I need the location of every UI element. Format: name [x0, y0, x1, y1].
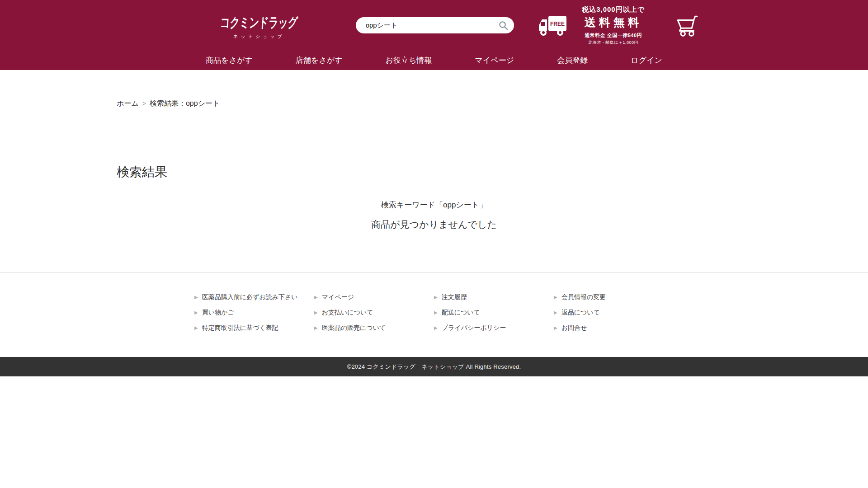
breadcrumb: ホーム>検索結果：oppシート [0, 99, 868, 108]
footer-link-label: 配送について [442, 309, 480, 317]
footer-link-commerce-law[interactable]: ▶特定商取引法に基づく表記 [194, 324, 314, 333]
free-shipping-truck-icon: FREE [538, 14, 567, 37]
no-results-message: 商品が見つかりませんでした [0, 218, 868, 231]
arrow-right-icon: ▶ [314, 295, 318, 300]
site-header: コクミンドラッグ ネットショップ FREE [0, 0, 868, 70]
nav-item-mypage[interactable]: マイページ [475, 55, 514, 66]
footer-link-drug-sales[interactable]: ▶医薬品の販売について [314, 324, 434, 333]
nav-item-products[interactable]: 商品をさがす [206, 55, 253, 66]
site-logo[interactable]: コクミンドラッグ ネットショップ [220, 14, 328, 40]
arrow-right-icon: ▶ [554, 295, 557, 300]
arrow-right-icon: ▶ [434, 310, 438, 315]
copyright-bar: ©2024 コクミンドラッグ ネットショップ All Rights Reserv… [0, 357, 868, 376]
footer-link-label: 会員情報の変更 [561, 293, 606, 301]
arrow-right-icon: ▶ [194, 310, 198, 315]
footer-link-cart[interactable]: ▶買い物かご [194, 308, 314, 317]
nav-item-info[interactable]: お役立ち情報 [386, 55, 432, 66]
site-logo-subtext: ネットショップ [220, 33, 298, 40]
nav-item-login[interactable]: ログイン [631, 55, 662, 66]
footer-link-label: プライバシーポリシー [442, 324, 506, 332]
cart-icon [675, 31, 699, 38]
arrow-right-icon: ▶ [434, 326, 438, 330]
shipping-free-label: 送料無料 [571, 15, 656, 30]
footer-link-mypage[interactable]: ▶マイページ [314, 293, 434, 302]
site-footer: ▶医薬品購入前に必ずお読み下さい ▶マイページ ▶注文履歴 ▶会員情報の変更 ▶… [0, 272, 868, 376]
breadcrumb-home-link[interactable]: ホーム [117, 99, 139, 107]
shipping-remote-fee: 北海道・離島は＋1,000円 [571, 40, 656, 46]
footer-link-payment[interactable]: ▶お支払いについて [314, 308, 434, 317]
breadcrumb-current: 検索結果：oppシート [150, 99, 220, 107]
footer-link-label: マイページ [322, 293, 354, 301]
copyright-text: ©2024 コクミンドラッグ ネットショップ All Rights Reserv… [347, 363, 521, 371]
search-bar [356, 17, 514, 33]
search-button[interactable] [498, 20, 509, 31]
main-nav: 商品をさがす 店舗をさがす お役立ち情報 マイページ 会員登録 ログイン [206, 51, 662, 70]
footer-link-contact[interactable]: ▶お問合せ [554, 324, 674, 333]
footer-link-label: 買い物かご [202, 309, 234, 317]
header-top-row: コクミンドラッグ ネットショップ FREE [206, 0, 662, 51]
arrow-right-icon: ▶ [314, 326, 318, 330]
shipping-threshold: 税込3,000円以上で [571, 5, 656, 14]
free-shipping-text: 税込3,000円以上で 送料無料 通常料金 全国一律540円 北海道・離島は＋1… [571, 5, 656, 46]
arrow-right-icon: ▶ [194, 295, 198, 300]
footer-link-privacy-policy[interactable]: ▶プライバシーポリシー [434, 324, 554, 333]
search-icon [498, 25, 509, 32]
shipping-normal-fee: 通常料金 全国一律540円 [571, 32, 656, 39]
arrow-right-icon: ▶ [554, 326, 557, 330]
svg-text:FREE: FREE [550, 21, 565, 27]
cart-button[interactable] [675, 14, 699, 37]
main-content: ホーム>検索結果：oppシート 検索結果 検索キーワード「oppシート」 商品が… [0, 70, 868, 272]
footer-link-label: 医薬品の販売について [322, 324, 386, 332]
footer-link-label: お支払いについて [322, 309, 373, 317]
footer-link-label: 医薬品購入前に必ずお読み下さい [202, 293, 298, 301]
search-keyword-line: 検索キーワード「oppシート」 [0, 200, 868, 210]
nav-item-stores[interactable]: 店舗をさがす [296, 55, 343, 66]
arrow-right-icon: ▶ [314, 310, 318, 315]
free-shipping-banner: FREE 税込3,000円以上で 送料無料 通常料金 全国一律540円 北海道・… [538, 5, 656, 46]
footer-link-returns[interactable]: ▶返品について [554, 308, 674, 317]
arrow-right-icon: ▶ [554, 310, 557, 315]
search-input[interactable] [356, 17, 514, 33]
page-title: 検索結果 [0, 164, 868, 181]
breadcrumb-separator: > [142, 100, 146, 107]
footer-links-grid: ▶医薬品購入前に必ずお読み下さい ▶マイページ ▶注文履歴 ▶会員情報の変更 ▶… [194, 293, 674, 333]
arrow-right-icon: ▶ [434, 295, 438, 300]
footer-link-label: 特定商取引法に基づく表記 [202, 324, 278, 332]
footer-link-member-info[interactable]: ▶会員情報の変更 [554, 293, 674, 302]
nav-item-register[interactable]: 会員登録 [557, 55, 588, 66]
footer-link-label: 注文履歴 [442, 293, 467, 301]
site-logo-text: コクミンドラッグ [219, 14, 298, 32]
footer-link-label: お問合せ [561, 324, 587, 332]
footer-link-order-history[interactable]: ▶注文履歴 [434, 293, 554, 302]
footer-link-label: 返品について [561, 309, 600, 317]
footer-link-delivery[interactable]: ▶配送について [434, 308, 554, 317]
arrow-right-icon: ▶ [194, 326, 198, 330]
footer-links-section: ▶医薬品購入前に必ずお読み下さい ▶マイページ ▶注文履歴 ▶会員情報の変更 ▶… [0, 272, 868, 357]
footer-link-drug-notice[interactable]: ▶医薬品購入前に必ずお読み下さい [194, 293, 314, 302]
